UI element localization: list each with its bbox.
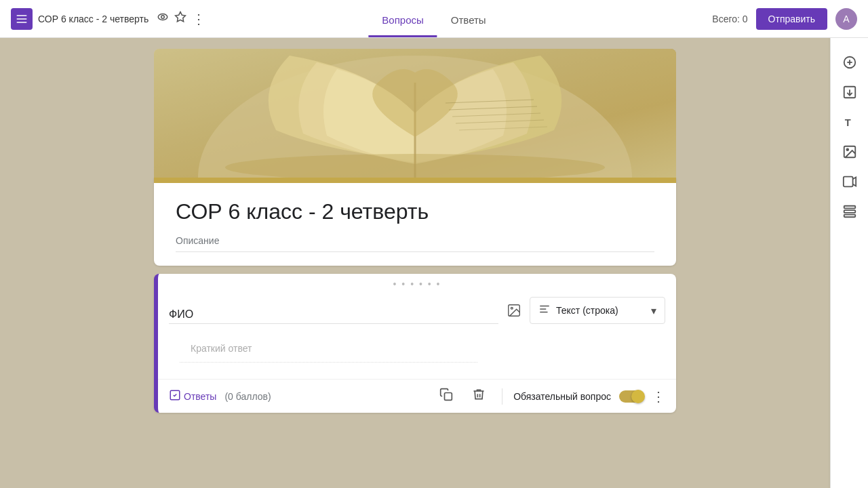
form-title[interactable]: СОР 6 класс - 2 четверть <box>176 199 654 224</box>
right-sidebar: T <box>830 38 868 488</box>
center-content: СОР 6 класс - 2 четверть Описание • • • … <box>0 38 830 488</box>
toggle-knob <box>631 390 645 403</box>
add-video-button[interactable] <box>836 168 863 195</box>
add-image-button[interactable] <box>836 138 863 165</box>
header: СОР 6 класс - 2 четверть ⋮ Вопросы Ответ… <box>0 0 868 38</box>
svg-point-16 <box>511 307 513 309</box>
book-image <box>154 49 676 178</box>
answers-label: Ответы <box>184 391 216 402</box>
header-tabs: Вопросы Ответы <box>368 0 499 37</box>
question-card: • • • • • • <box>154 274 676 413</box>
eye-icon[interactable] <box>157 11 169 26</box>
type-icon <box>538 303 551 318</box>
question-type-select[interactable]: Текст (строка) ▾ <box>530 297 665 324</box>
star-icon[interactable] <box>174 11 186 26</box>
header-right: Всего: 0 Отправить А <box>712 8 857 30</box>
total-label: Всего: 0 <box>712 14 747 24</box>
svg-rect-30 <box>843 177 852 187</box>
svg-rect-21 <box>445 393 452 401</box>
divider <box>502 388 502 405</box>
required-label: Обязательный вопрос <box>513 391 611 402</box>
svg-marker-5 <box>176 12 186 22</box>
app-icon <box>11 8 33 30</box>
answer-link[interactable]: Ответы <box>169 389 216 403</box>
add-title-button[interactable]: T <box>836 108 863 136</box>
tab-answers[interactable]: Ответы <box>437 14 500 37</box>
svg-rect-32 <box>844 210 855 213</box>
add-question-button[interactable] <box>836 49 863 76</box>
add-image-to-question-icon[interactable] <box>507 303 521 324</box>
dropdown-arrow-icon: ▾ <box>651 304 656 317</box>
svg-rect-33 <box>844 215 855 218</box>
main: СОР 6 класс - 2 четверть Описание • • • … <box>0 38 868 488</box>
more-options-icon[interactable]: ⋮ <box>652 388 665 405</box>
question-type-label: Текст (строка) <box>556 305 646 316</box>
required-toggle[interactable] <box>619 390 644 403</box>
add-section-button[interactable] <box>836 198 863 225</box>
avatar[interactable]: А <box>835 8 857 30</box>
form-title-card: СОР 6 класс - 2 четверть Описание <box>154 178 676 266</box>
check-icon <box>169 389 181 403</box>
short-answer-placeholder: Краткий ответ <box>180 335 477 363</box>
svg-rect-0 <box>17 15 27 16</box>
header-left: СОР 6 класс - 2 четверть ⋮ <box>11 8 205 30</box>
question-input[interactable] <box>169 308 498 321</box>
question-footer: Ответы (0 баллов) <box>158 379 676 413</box>
svg-rect-1 <box>17 18 27 20</box>
points-label: (0 баллов) <box>224 391 271 402</box>
tab-questions[interactable]: Вопросы <box>368 14 437 37</box>
svg-text:T: T <box>844 117 850 128</box>
question-input-wrapper <box>169 308 498 324</box>
svg-point-4 <box>161 16 165 19</box>
drag-handle: • • • • • • <box>158 274 676 291</box>
form-description[interactable]: Описание <box>176 235 654 252</box>
header-title: СОР 6 класс - 2 четверть <box>38 14 149 24</box>
import-question-button[interactable] <box>836 79 863 106</box>
svg-rect-31 <box>844 206 855 209</box>
delete-icon[interactable] <box>467 385 491 407</box>
copy-icon[interactable] <box>434 385 458 407</box>
svg-point-29 <box>846 148 848 150</box>
svg-point-3 <box>158 14 167 20</box>
more-header-icon[interactable]: ⋮ <box>192 11 205 27</box>
question-top: Текст (строка) ▾ <box>158 291 676 324</box>
svg-rect-2 <box>17 22 27 23</box>
send-button[interactable]: Отправить <box>756 8 827 30</box>
